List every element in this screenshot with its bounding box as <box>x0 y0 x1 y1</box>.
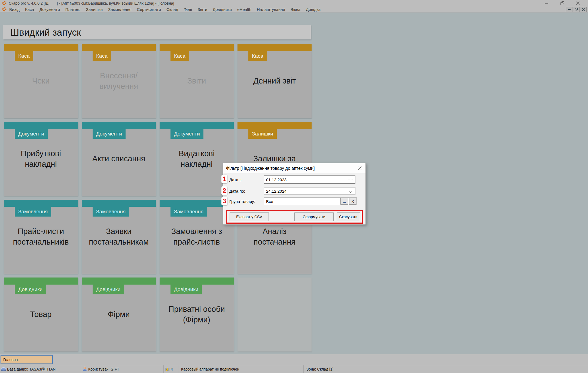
menu-item[interactable]: Звіти <box>195 7 210 12</box>
tile[interactable]: Довідники Товар <box>4 278 78 352</box>
tile-category-bar <box>160 44 234 51</box>
dialog-titlebar[interactable]: Фільтр [Надходження товару до аптек суми… <box>223 163 365 173</box>
mdi-close-icon[interactable] <box>580 7 587 12</box>
tile[interactable]: Документи Видаткові накладні <box>160 122 234 196</box>
field-input[interactable]: Все ... X <box>264 198 357 205</box>
chevron-down-icon[interactable] <box>349 177 352 181</box>
generate-button[interactable]: Сформувати <box>294 212 334 221</box>
tile-category-bar <box>82 278 156 285</box>
tile-category-bar <box>160 278 234 285</box>
menu-item[interactable]: Вихід <box>7 7 22 12</box>
tile[interactable]: Документи Акти списання <box>82 122 156 196</box>
clear-button[interactable]: X <box>349 198 356 205</box>
titlebar: Скарб pro v. 4.0.0.2 [ІД: | - [Апт №003 … <box>0 0 588 6</box>
database-icon <box>1 367 6 371</box>
field-input[interactable]: 24.12.2024 <box>264 187 355 195</box>
tile-category-tag: Залишки <box>248 129 277 139</box>
window-title: Скарб pro v. 4.0.0.2 [ІД: | - [Апт №003 … <box>9 1 174 5</box>
tile[interactable]: Каса Чеки <box>4 44 78 118</box>
menu-item[interactable]: Довідники <box>210 7 234 12</box>
browse-button[interactable]: ... <box>340 198 348 205</box>
field-value: 24.12.2024 <box>266 189 287 193</box>
tile-category-tag: Каса <box>170 51 189 61</box>
chevron-down-icon[interactable] <box>349 189 352 193</box>
field-label: Дата з: <box>229 175 242 184</box>
dialog-field-row: 1 Дата з: 01.12.2023 <box>223 175 365 184</box>
tile[interactable]: Замовлення Заявки постачальникам <box>82 200 156 274</box>
menu-item[interactable]: Сертифікати <box>134 7 164 12</box>
page-title: Швидкий запуск <box>10 27 81 38</box>
tile-category-tag: Замовлення <box>170 207 207 217</box>
menu-item[interactable]: Налаштування <box>254 7 288 12</box>
dialog-field-row: 3 Група товару: Все ... X <box>223 198 365 205</box>
minimize-icon[interactable] <box>544 1 549 6</box>
status-text: База даних: TASA3@TITAN <box>7 367 56 371</box>
tile[interactable]: Каса Внесення/вилучення <box>82 44 156 118</box>
tile[interactable]: Замовлення Замовлення з прайс-листів <box>160 200 234 274</box>
tile-category-tag: Каса <box>93 51 111 61</box>
tile-category-tag: Документи <box>15 129 48 139</box>
menu-item[interactable]: eHealth <box>234 7 254 12</box>
dialog-close-icon[interactable] <box>357 165 363 171</box>
mdi-minimize-icon[interactable] <box>566 7 572 12</box>
menu-item[interactable]: Склад <box>164 7 181 12</box>
export-csv-button[interactable]: Експорт у CSV <box>230 212 269 221</box>
tile-label: Аналіз постачання <box>237 226 312 247</box>
menu-item[interactable]: Залишки <box>83 7 106 12</box>
tile-label: Замовлення з прайс-листів <box>160 226 234 247</box>
menu-item[interactable]: Вікна <box>288 7 303 12</box>
tile-category-bar <box>237 44 312 51</box>
statusbar: База даних: TASA3@TITAN Користувач: GIFT… <box>0 365 588 373</box>
tile-category-bar <box>237 122 312 129</box>
tile[interactable]: Замовлення Прайс-листи постачальників <box>4 200 78 274</box>
status-section: 4 <box>164 365 178 373</box>
tile-label: Чеки <box>29 76 53 86</box>
mdi-restore-icon[interactable] <box>573 7 580 12</box>
tile-label: Приватні особи (Фірми) <box>160 304 234 325</box>
tile-category-bar <box>82 44 156 51</box>
menu-item[interactable]: Філії <box>181 7 195 12</box>
status-section: Кассовый аппарат не подключен <box>178 365 304 373</box>
user-icon <box>83 367 87 371</box>
annotation-number: 3 <box>221 197 227 205</box>
taskbar: Головна <box>0 354 588 365</box>
field-label: Група товару: <box>229 198 255 205</box>
tile-label: Денний звіт <box>250 76 299 86</box>
menu-item[interactable]: Документи <box>37 7 63 12</box>
restore-icon[interactable] <box>560 1 565 6</box>
tile-category-bar <box>160 122 234 129</box>
status-text: Користувач: GIFT <box>88 367 119 371</box>
menu-item[interactable]: Довідка <box>303 7 323 12</box>
field-input[interactable]: 01.12.2023 <box>264 175 355 184</box>
tile[interactable]: Каса Денний звіт <box>237 44 312 118</box>
tile[interactable]: Довідники Фірми <box>82 278 156 352</box>
menu-item[interactable]: Платежі <box>63 7 83 12</box>
close-icon[interactable] <box>575 1 580 6</box>
menu-item[interactable]: Замовлення <box>105 7 134 12</box>
tab-golovna[interactable]: Головна <box>1 355 53 364</box>
status-text: Кассовый аппарат не подключен <box>181 367 239 371</box>
tile-category-tag: Документи <box>93 129 126 139</box>
menu-items: Вихід Каса Документи Платежі Залишки Зам… <box>7 7 323 12</box>
menubar: Вихід Каса Документи Платежі Залишки Зам… <box>0 6 588 13</box>
tile-category-bar <box>4 122 78 129</box>
menu-item[interactable]: Каса <box>22 7 37 12</box>
tile[interactable]: Документи Прибуткові накладні <box>4 122 78 196</box>
tile[interactable] <box>237 278 312 352</box>
tile-category-tag: Довідники <box>170 285 202 294</box>
tile[interactable]: Каса Звіти <box>160 44 234 118</box>
tile-label: Прайс-листи постачальників <box>4 226 78 247</box>
tile-label: Фірми <box>105 309 133 320</box>
tile-category-tag: Замовлення <box>15 207 51 217</box>
tile-category-tag: Каса <box>248 51 267 61</box>
tile-category-bar <box>4 278 78 285</box>
tile-label: Видаткові накладні <box>160 148 234 169</box>
tile-label: Прибуткові накладні <box>4 148 78 169</box>
tile-label: Товар <box>27 309 55 320</box>
field-value: 01.12.2023 <box>266 177 287 182</box>
tile[interactable]: Довідники Приватні особи (Фірми) <box>160 278 234 352</box>
dialog-title: Фільтр [Надходження товару до аптек суми… <box>226 166 315 171</box>
filter-dialog: Фільтр [Надходження товару до аптек суми… <box>223 163 366 225</box>
cancel-button[interactable]: Скасувати <box>337 212 360 221</box>
status-text: Зона: Склад [1] <box>306 367 334 371</box>
